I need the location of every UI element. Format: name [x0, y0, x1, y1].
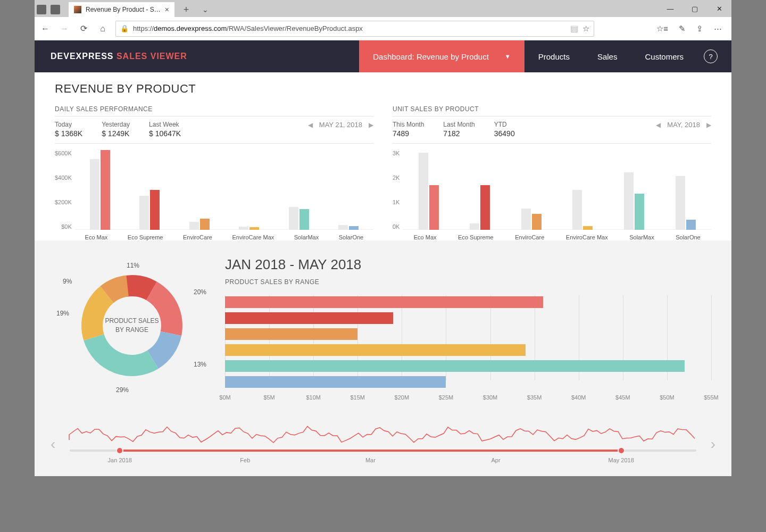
notes-icon[interactable]: ✎ [679, 24, 686, 34]
bar[interactable] [583, 226, 593, 230]
ytick: 2K [393, 174, 399, 181]
ytick: $0K [61, 223, 72, 230]
donut-pct: 13% [194, 361, 206, 368]
nav-sales[interactable]: Sales [584, 52, 631, 61]
timeline-label: Feb [240, 457, 250, 463]
hbar-xtick: $40M [571, 394, 586, 401]
tab-close-icon[interactable]: × [165, 5, 169, 14]
donut-center-1: PRODUCT SALES [105, 317, 159, 325]
donut-center-2: BY RANGE [115, 326, 148, 334]
bar[interactable] [189, 222, 199, 230]
xlabel: Eco Max [85, 234, 108, 240]
xlabel: Eco Max [414, 234, 437, 240]
lastweek-label: Last Week [149, 121, 181, 128]
bar[interactable] [470, 223, 479, 230]
thismonth-label: This Month [393, 121, 424, 128]
timeline-handle-start[interactable] [116, 447, 123, 454]
hbar[interactable] [225, 328, 357, 340]
bar[interactable] [249, 227, 259, 230]
bar[interactable] [635, 194, 644, 230]
reader-icon[interactable]: ▤ [570, 23, 578, 34]
favorite-icon[interactable]: ☆ [582, 24, 589, 34]
browser-titlebar: Revenue By Product - S… × + ⌄ — ▢ ✕ [35, 0, 731, 17]
new-tab-button[interactable]: + [179, 2, 194, 17]
hbar[interactable] [225, 312, 393, 324]
help-button[interactable]: ? [704, 49, 718, 63]
unit-next-button[interactable]: ▶ [706, 121, 711, 129]
maximize-button[interactable]: ▢ [682, 0, 707, 17]
bar[interactable] [349, 226, 359, 230]
hbar[interactable] [225, 360, 685, 372]
bar[interactable] [299, 209, 309, 230]
xlabel: SolarOne [676, 234, 700, 240]
bar[interactable] [686, 220, 696, 230]
share-icon[interactable]: ⇪ [696, 24, 703, 34]
bar[interactable] [624, 172, 634, 230]
sparkline-chart[interactable] [55, 419, 711, 448]
home-button[interactable]: ⌂ [96, 24, 109, 34]
bar[interactable] [419, 153, 428, 230]
unit-prev-button[interactable]: ◀ [656, 121, 661, 129]
browser-tab[interactable]: Revenue By Product - S… × [69, 2, 174, 17]
bar[interactable] [338, 225, 348, 230]
timeline-handle-end[interactable] [618, 447, 625, 454]
donut-pct: 11% [127, 262, 139, 269]
bar[interactable] [532, 214, 542, 230]
url-input[interactable]: 🔒 https://demos.devexpress.com/RWA/Sales… [115, 21, 594, 37]
nav-customers[interactable]: Customers [631, 52, 697, 61]
minimize-button[interactable]: — [658, 0, 682, 17]
donut-chart[interactable]: PRODUCT SALESBY RANGE 11% 20% 13% 29% 19… [73, 267, 190, 384]
lastmonth-label: Last Month [443, 121, 474, 128]
timeline-panel: ‹ › Jan 2018 Feb Mar Apr May 2018 [35, 413, 731, 476]
bar[interactable] [480, 185, 490, 230]
bar[interactable] [676, 176, 685, 230]
daily-prev-button[interactable]: ◀ [308, 121, 313, 129]
bar[interactable] [101, 150, 110, 230]
bar[interactable] [90, 159, 99, 230]
bar[interactable] [239, 227, 248, 230]
bar[interactable] [200, 219, 210, 230]
donut-pct: 29% [116, 386, 129, 394]
ytick: $200K [55, 199, 72, 205]
hbar[interactable] [225, 376, 446, 388]
hbar-xtick: $0M [219, 394, 230, 401]
daily-next-button[interactable]: ▶ [369, 121, 373, 129]
hbar[interactable] [225, 344, 526, 356]
daily-bar-chart[interactable]: $600K $400K $200K $0K Eco MaxEco Supreme… [55, 150, 373, 240]
bar[interactable] [139, 196, 149, 230]
timeline-track[interactable] [70, 450, 696, 452]
ytick: $600K [55, 150, 72, 156]
bar[interactable] [429, 185, 439, 230]
nav-products[interactable]: Products [524, 52, 584, 61]
timeline-label: Jan 2018 [108, 457, 132, 463]
today-value: $ 1368K [55, 129, 82, 138]
more-icon[interactable]: ⋯ [714, 24, 722, 34]
bar[interactable] [521, 209, 531, 230]
ytick: 0K [393, 223, 399, 230]
dashboard-dropdown[interactable]: Dashboard: Revenue by Product ▼ [359, 40, 524, 72]
close-window-button[interactable]: ✕ [707, 0, 731, 17]
daily-title: DAILY SALES PERFORMANCE [55, 105, 373, 117]
favicon-icon [74, 6, 81, 13]
bar[interactable] [289, 207, 298, 230]
refresh-button[interactable]: ⟳ [77, 23, 90, 34]
hbar[interactable] [225, 296, 543, 308]
tab-title: Revenue By Product - S… [86, 6, 161, 13]
unit-bar-chart[interactable]: 3K 2K 1K 0K Eco MaxEco SupremeEnviroCare… [393, 150, 711, 240]
timeline-next-button[interactable]: › [711, 436, 715, 453]
timeline-label: May 2018 [608, 457, 634, 463]
favorites-icon[interactable]: ☆≡ [656, 24, 668, 34]
unit-sales-panel: UNIT SALES BY PRODUCT This Month7489 Las… [393, 105, 711, 240]
tab-overflow-icon[interactable]: ⌄ [198, 2, 213, 17]
hbar-xtick: $15M [351, 394, 365, 401]
xlabel: SolarMax [629, 234, 654, 240]
hbar-xtick: $45M [615, 394, 630, 401]
xlabel: Eco Supreme [458, 234, 494, 240]
timeline-prev-button[interactable]: ‹ [51, 436, 55, 453]
bar[interactable] [150, 190, 160, 230]
hbar-chart[interactable] [225, 295, 711, 391]
ytick: 1K [393, 199, 399, 205]
yesterday-label: Yesterday [102, 121, 130, 128]
bar[interactable] [572, 190, 582, 230]
back-button[interactable]: ← [39, 24, 52, 34]
